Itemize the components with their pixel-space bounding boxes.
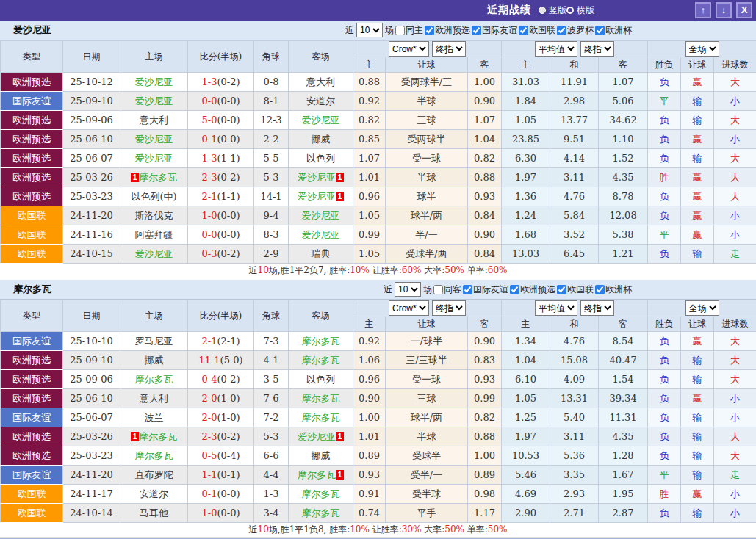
- same-venue-label: 同客: [444, 283, 461, 296]
- col-subheader: 客: [599, 316, 648, 332]
- league-checkbox[interactable]: [519, 26, 528, 35]
- full-score: 1-3: [201, 76, 217, 87]
- col-header: 日期: [63, 41, 120, 73]
- bookmaker-select[interactable]: Crow*: [389, 300, 429, 316]
- league-checkbox[interactable]: [472, 26, 481, 35]
- league-checkbox[interactable]: [510, 285, 519, 294]
- full-score: 0-0: [201, 229, 217, 240]
- close-button[interactable]: X: [736, 2, 752, 18]
- handicap-time-select[interactable]: 终指: [432, 41, 466, 57]
- home-team-name: 爱沙尼亚: [135, 153, 173, 164]
- away-team: 摩尔多瓦: [289, 332, 353, 351]
- average-time-select[interactable]: 终指: [580, 300, 614, 316]
- col-header: 角球: [254, 300, 289, 332]
- down-button[interactable]: ↓: [716, 2, 732, 18]
- league-filter[interactable]: 波罗杯: [555, 24, 594, 37]
- match-count-select[interactable]: 10: [395, 282, 421, 297]
- handicap-away-odds: 0.99: [468, 389, 502, 408]
- home-team: 1摩尔多瓦: [120, 168, 188, 187]
- avg-home-odds: 1.24: [502, 206, 550, 225]
- full-score: 0-3: [201, 248, 217, 259]
- handicap-line: 三球: [386, 111, 468, 130]
- col-subheader: 客: [468, 316, 502, 332]
- league-filter[interactable]: 欧国联: [517, 24, 555, 37]
- result-goals: 大: [714, 370, 756, 389]
- summary-segment: 50%: [488, 524, 508, 535]
- league-type: 欧洲预选: [1, 370, 63, 389]
- away-team-name: 爱沙尼亚: [298, 431, 336, 442]
- match-date: 25-09-10: [63, 92, 120, 111]
- result-goals: 小: [714, 408, 756, 427]
- period-select[interactable]: 全场: [685, 41, 719, 57]
- half-score: (0-0): [217, 507, 240, 518]
- avg-home-odds: 1.05: [502, 111, 550, 130]
- handicap-home-odds: 0.89: [353, 446, 386, 466]
- handicap-home-odds: 1.00: [353, 408, 386, 427]
- away-team-name: 摩尔多瓦: [302, 412, 340, 423]
- result-wdl: 负: [648, 427, 681, 446]
- average-select[interactable]: 平均值: [535, 300, 577, 316]
- league-filter[interactable]: 国际友谊: [461, 283, 508, 296]
- match-score: 1-0(0-0): [188, 504, 254, 523]
- league-checkbox[interactable]: [557, 26, 566, 35]
- match-date: 25-06-10: [63, 130, 120, 149]
- period-select[interactable]: 全场: [685, 300, 719, 316]
- home-team: 安道尔: [120, 485, 188, 504]
- same-venue-filter[interactable]: 同主: [394, 24, 423, 37]
- horizontal-layout-radio[interactable]: 横版: [566, 4, 594, 17]
- col-header: 主场: [120, 300, 188, 332]
- handicap-home-odds: 0.90: [353, 389, 386, 408]
- avg-home-odds: 1.05: [502, 389, 550, 408]
- away-team: 安道尔: [289, 92, 353, 111]
- league-filter[interactable]: 欧洲杯: [594, 24, 632, 37]
- col-subheader: 和: [550, 57, 599, 73]
- match-score: 1-0(0-0): [188, 206, 254, 225]
- league-type: 欧洲预选: [1, 446, 63, 466]
- avg-home-odds: 1.04: [502, 351, 550, 370]
- full-score: 1-3: [201, 153, 217, 164]
- matches-table: 类型日期主场比分(半场)角球客场Crow*终指平均值终指全场主让球客主和客胜负让…: [0, 300, 756, 523]
- home-team-name: 安道尔: [140, 488, 168, 499]
- league-checkbox[interactable]: [425, 26, 434, 35]
- odds-group-header: 平均值终指: [502, 41, 648, 57]
- league-filter[interactable]: 欧洲杯: [594, 283, 632, 296]
- league-checkbox[interactable]: [557, 285, 566, 294]
- handicap-home-odds: 1.06: [353, 351, 386, 370]
- avg-draw-odds: 6.45: [550, 245, 599, 264]
- handicap-away-odds: 0.84: [468, 206, 502, 225]
- up-button[interactable]: ↑: [695, 2, 711, 18]
- result-wdl: 负: [648, 130, 681, 149]
- league-filter[interactable]: 欧国联: [555, 283, 594, 296]
- result-wdl: 负: [648, 370, 681, 389]
- away-team: 爱沙尼亚: [289, 111, 353, 130]
- avg-draw-odds: 9.51: [550, 130, 599, 149]
- handicap-line: 受两球半/三: [386, 73, 468, 92]
- match-score: 0-3(0-2): [188, 245, 254, 264]
- avg-home-odds: 1.36: [502, 187, 550, 206]
- league-checkbox[interactable]: [595, 26, 605, 35]
- avg-away-odds: 1.54: [599, 370, 648, 389]
- league-checkbox[interactable]: [595, 285, 605, 294]
- result-handicap: 输: [681, 111, 714, 130]
- match-row: 欧洲预选25-06-07爱沙尼亚1-3(1-1)5-5以色列1.07受一球0.8…: [1, 149, 756, 168]
- same-venue-filter[interactable]: 同客: [432, 283, 461, 296]
- vertical-layout-radio[interactable]: 竖版: [539, 4, 566, 17]
- avg-home-odds: 6.30: [502, 149, 550, 168]
- same-venue-checkbox[interactable]: [433, 285, 443, 294]
- match-score: 0-0(0-0): [188, 92, 254, 111]
- league-type: 国际友谊: [1, 408, 63, 427]
- result-wdl: 负: [648, 111, 681, 130]
- league-filter[interactable]: 欧洲预选: [508, 283, 555, 296]
- match-count-select[interactable]: 10: [356, 23, 383, 37]
- average-time-select[interactable]: 终指: [580, 41, 614, 57]
- handicap-time-select[interactable]: 终指: [432, 300, 466, 316]
- bookmaker-select[interactable]: Crow*: [389, 41, 429, 57]
- team-section: 摩尔多瓦 近10场同客国际友谊欧洲预选欧国联欧洲杯 类型日期主场比分(半场)角球…: [0, 280, 756, 538]
- league-filter[interactable]: 国际友谊: [470, 24, 517, 37]
- league-filter[interactable]: 欧洲预选: [423, 24, 470, 37]
- average-select[interactable]: 平均值: [535, 41, 577, 57]
- same-venue-checkbox[interactable]: [395, 26, 405, 35]
- handicap-home-odds: 0.93: [353, 466, 386, 485]
- league-checkbox[interactable]: [463, 285, 472, 294]
- league-type: 国际友谊: [1, 332, 63, 351]
